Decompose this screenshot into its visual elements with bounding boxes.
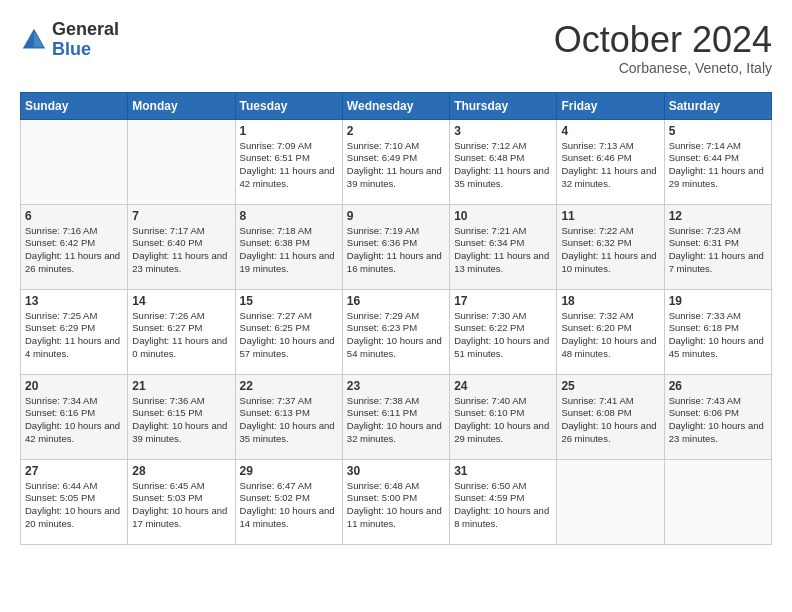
day-number: 14 (132, 294, 230, 308)
cell-content: Sunrise: 7:26 AM Sunset: 6:27 PM Dayligh… (132, 310, 230, 361)
calendar-cell: 17Sunrise: 7:30 AM Sunset: 6:22 PM Dayli… (450, 289, 557, 374)
cell-content: Sunrise: 7:29 AM Sunset: 6:23 PM Dayligh… (347, 310, 445, 361)
day-number: 19 (669, 294, 767, 308)
cell-content: Sunrise: 7:40 AM Sunset: 6:10 PM Dayligh… (454, 395, 552, 446)
cell-content: Sunrise: 7:25 AM Sunset: 6:29 PM Dayligh… (25, 310, 123, 361)
cell-content: Sunrise: 6:50 AM Sunset: 4:59 PM Dayligh… (454, 480, 552, 531)
day-number: 1 (240, 124, 338, 138)
month-title: October 2024 (554, 20, 772, 60)
calendar-cell: 8Sunrise: 7:18 AM Sunset: 6:38 PM Daylig… (235, 204, 342, 289)
cell-content: Sunrise: 7:12 AM Sunset: 6:48 PM Dayligh… (454, 140, 552, 191)
calendar-cell (664, 459, 771, 544)
calendar-cell: 13Sunrise: 7:25 AM Sunset: 6:29 PM Dayli… (21, 289, 128, 374)
day-number: 24 (454, 379, 552, 393)
logo-icon (20, 26, 48, 54)
calendar-cell: 23Sunrise: 7:38 AM Sunset: 6:11 PM Dayli… (342, 374, 449, 459)
calendar-cell: 1Sunrise: 7:09 AM Sunset: 6:51 PM Daylig… (235, 119, 342, 204)
calendar-cell: 18Sunrise: 7:32 AM Sunset: 6:20 PM Dayli… (557, 289, 664, 374)
cell-content: Sunrise: 7:30 AM Sunset: 6:22 PM Dayligh… (454, 310, 552, 361)
day-number: 29 (240, 464, 338, 478)
day-number: 2 (347, 124, 445, 138)
column-header-wednesday: Wednesday (342, 92, 449, 119)
location-subtitle: Corbanese, Veneto, Italy (554, 60, 772, 76)
day-number: 4 (561, 124, 659, 138)
cell-content: Sunrise: 7:27 AM Sunset: 6:25 PM Dayligh… (240, 310, 338, 361)
calendar-cell: 15Sunrise: 7:27 AM Sunset: 6:25 PM Dayli… (235, 289, 342, 374)
cell-content: Sunrise: 7:18 AM Sunset: 6:38 PM Dayligh… (240, 225, 338, 276)
cell-content: Sunrise: 7:32 AM Sunset: 6:20 PM Dayligh… (561, 310, 659, 361)
cell-content: Sunrise: 7:14 AM Sunset: 6:44 PM Dayligh… (669, 140, 767, 191)
cell-content: Sunrise: 7:13 AM Sunset: 6:46 PM Dayligh… (561, 140, 659, 191)
cell-content: Sunrise: 6:47 AM Sunset: 5:02 PM Dayligh… (240, 480, 338, 531)
calendar-cell: 21Sunrise: 7:36 AM Sunset: 6:15 PM Dayli… (128, 374, 235, 459)
column-header-tuesday: Tuesday (235, 92, 342, 119)
day-number: 5 (669, 124, 767, 138)
day-number: 30 (347, 464, 445, 478)
day-number: 26 (669, 379, 767, 393)
header-row: SundayMondayTuesdayWednesdayThursdayFrid… (21, 92, 772, 119)
column-header-monday: Monday (128, 92, 235, 119)
day-number: 13 (25, 294, 123, 308)
day-number: 8 (240, 209, 338, 223)
column-header-friday: Friday (557, 92, 664, 119)
week-row: 6Sunrise: 7:16 AM Sunset: 6:42 PM Daylig… (21, 204, 772, 289)
calendar-cell: 26Sunrise: 7:43 AM Sunset: 6:06 PM Dayli… (664, 374, 771, 459)
day-number: 16 (347, 294, 445, 308)
column-header-saturday: Saturday (664, 92, 771, 119)
calendar-cell: 12Sunrise: 7:23 AM Sunset: 6:31 PM Dayli… (664, 204, 771, 289)
cell-content: Sunrise: 7:23 AM Sunset: 6:31 PM Dayligh… (669, 225, 767, 276)
calendar-cell: 31Sunrise: 6:50 AM Sunset: 4:59 PM Dayli… (450, 459, 557, 544)
cell-content: Sunrise: 7:34 AM Sunset: 6:16 PM Dayligh… (25, 395, 123, 446)
calendar-table: SundayMondayTuesdayWednesdayThursdayFrid… (20, 92, 772, 545)
day-number: 9 (347, 209, 445, 223)
calendar-cell: 2Sunrise: 7:10 AM Sunset: 6:49 PM Daylig… (342, 119, 449, 204)
calendar-cell: 5Sunrise: 7:14 AM Sunset: 6:44 PM Daylig… (664, 119, 771, 204)
calendar-cell: 25Sunrise: 7:41 AM Sunset: 6:08 PM Dayli… (557, 374, 664, 459)
cell-content: Sunrise: 6:44 AM Sunset: 5:05 PM Dayligh… (25, 480, 123, 531)
cell-content: Sunrise: 7:16 AM Sunset: 6:42 PM Dayligh… (25, 225, 123, 276)
calendar-cell: 27Sunrise: 6:44 AM Sunset: 5:05 PM Dayli… (21, 459, 128, 544)
cell-content: Sunrise: 7:21 AM Sunset: 6:34 PM Dayligh… (454, 225, 552, 276)
calendar-cell: 3Sunrise: 7:12 AM Sunset: 6:48 PM Daylig… (450, 119, 557, 204)
cell-content: Sunrise: 7:22 AM Sunset: 6:32 PM Dayligh… (561, 225, 659, 276)
cell-content: Sunrise: 7:33 AM Sunset: 6:18 PM Dayligh… (669, 310, 767, 361)
day-number: 25 (561, 379, 659, 393)
cell-content: Sunrise: 7:10 AM Sunset: 6:49 PM Dayligh… (347, 140, 445, 191)
calendar-cell: 6Sunrise: 7:16 AM Sunset: 6:42 PM Daylig… (21, 204, 128, 289)
cell-content: Sunrise: 7:43 AM Sunset: 6:06 PM Dayligh… (669, 395, 767, 446)
cell-content: Sunrise: 6:45 AM Sunset: 5:03 PM Dayligh… (132, 480, 230, 531)
week-row: 20Sunrise: 7:34 AM Sunset: 6:16 PM Dayli… (21, 374, 772, 459)
page-header: General Blue October 2024 Corbanese, Ven… (20, 20, 772, 76)
calendar-cell (557, 459, 664, 544)
calendar-cell: 11Sunrise: 7:22 AM Sunset: 6:32 PM Dayli… (557, 204, 664, 289)
calendar-cell: 28Sunrise: 6:45 AM Sunset: 5:03 PM Dayli… (128, 459, 235, 544)
day-number: 20 (25, 379, 123, 393)
day-number: 23 (347, 379, 445, 393)
cell-content: Sunrise: 7:17 AM Sunset: 6:40 PM Dayligh… (132, 225, 230, 276)
calendar-cell (21, 119, 128, 204)
cell-content: Sunrise: 7:41 AM Sunset: 6:08 PM Dayligh… (561, 395, 659, 446)
day-number: 21 (132, 379, 230, 393)
calendar-cell: 20Sunrise: 7:34 AM Sunset: 6:16 PM Dayli… (21, 374, 128, 459)
day-number: 10 (454, 209, 552, 223)
calendar-cell (128, 119, 235, 204)
day-number: 15 (240, 294, 338, 308)
title-area: October 2024 Corbanese, Veneto, Italy (554, 20, 772, 76)
day-number: 18 (561, 294, 659, 308)
week-row: 13Sunrise: 7:25 AM Sunset: 6:29 PM Dayli… (21, 289, 772, 374)
day-number: 6 (25, 209, 123, 223)
calendar-cell: 19Sunrise: 7:33 AM Sunset: 6:18 PM Dayli… (664, 289, 771, 374)
calendar-cell: 24Sunrise: 7:40 AM Sunset: 6:10 PM Dayli… (450, 374, 557, 459)
logo-blue-text: Blue (52, 39, 91, 59)
cell-content: Sunrise: 7:38 AM Sunset: 6:11 PM Dayligh… (347, 395, 445, 446)
cell-content: Sunrise: 7:19 AM Sunset: 6:36 PM Dayligh… (347, 225, 445, 276)
calendar-cell: 4Sunrise: 7:13 AM Sunset: 6:46 PM Daylig… (557, 119, 664, 204)
logo: General Blue (20, 20, 119, 60)
day-number: 12 (669, 209, 767, 223)
week-row: 1Sunrise: 7:09 AM Sunset: 6:51 PM Daylig… (21, 119, 772, 204)
day-number: 7 (132, 209, 230, 223)
cell-content: Sunrise: 7:36 AM Sunset: 6:15 PM Dayligh… (132, 395, 230, 446)
cell-content: Sunrise: 7:37 AM Sunset: 6:13 PM Dayligh… (240, 395, 338, 446)
calendar-cell: 7Sunrise: 7:17 AM Sunset: 6:40 PM Daylig… (128, 204, 235, 289)
column-header-sunday: Sunday (21, 92, 128, 119)
